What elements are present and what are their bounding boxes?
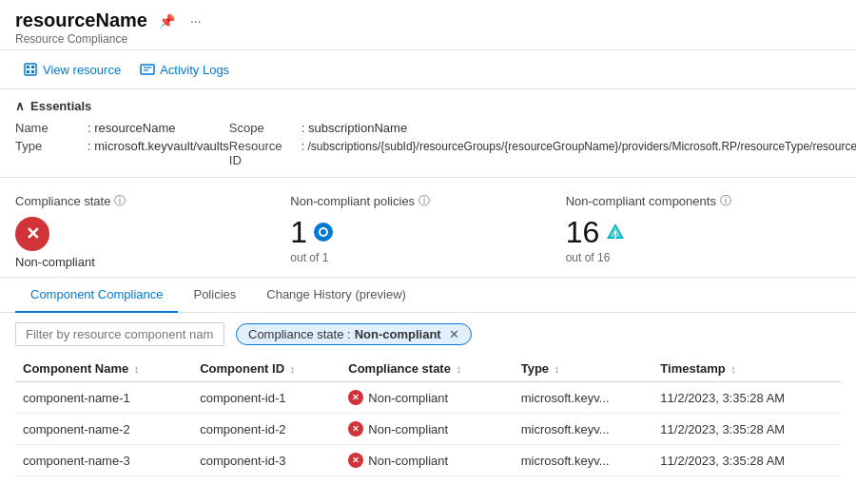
svg-point-10 — [321, 229, 326, 235]
non-compliant-components-card: Non-compliant components ⓘ 16 out of 16 — [566, 193, 841, 269]
non-compliant-policies-card: Non-compliant policies ⓘ 1 out of 1 — [290, 193, 565, 269]
sort-icon-type: ↕ — [554, 363, 560, 375]
cell-timestamp: 11/2/2023, 3:35:28 AM — [652, 445, 841, 476]
toolbar: View resource Activity Logs — [0, 50, 856, 89]
col-compliance-state[interactable]: Compliance state ↕ — [340, 356, 513, 382]
svg-rect-14 — [614, 237, 616, 239]
page-title: resourceName — [15, 10, 147, 31]
component-table: Component Name ↕ Component ID ↕ Complian… — [0, 356, 856, 476]
view-resource-label: View resource — [43, 63, 121, 77]
cell-timestamp: 11/2/2023, 3:35:28 AM — [652, 414, 841, 445]
essentials-name-row: Name : resourceName — [15, 121, 229, 135]
policies-title: Non-compliant policies ⓘ — [290, 193, 546, 209]
cell-compliance-state: Non-compliant — [340, 445, 513, 476]
sort-icon-component-name: ↕ — [134, 363, 140, 375]
sort-icon-component-id: ↕ — [290, 363, 296, 375]
non-compliant-icon — [348, 453, 363, 468]
name-label: Name — [15, 121, 82, 135]
policies-value: 1 — [290, 217, 546, 247]
compliance-state-card: Compliance state ⓘ Non-compliant — [15, 193, 290, 269]
non-compliant-badge — [15, 217, 49, 251]
type-value: : microsoft.keyvault/vaults — [88, 139, 229, 153]
compliance-state-label: Non-compliant — [15, 255, 271, 269]
type-label: Type — [15, 139, 82, 153]
svg-rect-3 — [31, 66, 34, 68]
view-resource-button[interactable]: View resource — [15, 58, 128, 81]
view-resource-icon — [23, 62, 38, 77]
name-value: : resourceName — [88, 121, 176, 135]
components-title: Non-compliant components ⓘ — [566, 193, 822, 209]
essentials-resource-id-row: Resource ID : /subscriptions/{subId}/res… — [229, 139, 856, 167]
compliance-state-title: Compliance state ⓘ — [15, 193, 271, 209]
svg-rect-2 — [27, 70, 29, 73]
table-header-row: Component Name ↕ Component ID ↕ Complian… — [15, 356, 841, 382]
cell-timestamp: 11/2/2023, 3:35:28 AM — [652, 382, 841, 414]
page-subtitle: Resource Compliance — [15, 32, 841, 46]
table-row: component-name-2 component-id-2 Non-comp… — [15, 414, 841, 445]
component-filter-input[interactable] — [15, 322, 224, 346]
policies-sub: out of 1 — [290, 251, 546, 264]
compliance-state-filter-badge[interactable]: Compliance state : Non-compliant ✕ — [236, 323, 472, 345]
non-compliant-icon — [348, 421, 363, 436]
resource-id-value: : /subscriptions/{subId}/resourceGroups/… — [302, 140, 856, 153]
cell-component-id: component-id-1 — [192, 382, 340, 414]
activity-logs-icon — [140, 62, 155, 77]
table-row: component-name-1 component-id-1 Non-comp… — [15, 382, 841, 414]
essentials-chevron-icon: ∧ — [15, 99, 25, 113]
cell-type: microsoft.keyv... — [514, 382, 653, 414]
compliance-state-info-icon[interactable]: ⓘ — [114, 193, 126, 209]
tab-change-history[interactable]: Change History (preview) — [251, 278, 421, 313]
activity-logs-label: Activity Logs — [160, 63, 229, 77]
essentials-section: ∧ Essentials Name : resourceName Scope :… — [0, 89, 856, 178]
cell-type: microsoft.keyv... — [514, 445, 653, 476]
components-value: 16 — [566, 217, 822, 247]
tab-component-compliance[interactable]: Component Compliance — [15, 278, 178, 313]
svg-rect-0 — [25, 64, 36, 75]
policies-icon — [313, 222, 334, 242]
col-component-id[interactable]: Component ID ↕ — [192, 356, 340, 382]
cell-compliance-state: Non-compliant — [340, 382, 513, 414]
policies-info-icon[interactable]: ⓘ — [418, 193, 430, 209]
components-icon — [605, 222, 626, 242]
col-type[interactable]: Type ↕ — [514, 356, 653, 382]
more-button[interactable]: ··· — [186, 11, 205, 30]
sort-icon-timestamp: ↕ — [730, 363, 736, 375]
col-timestamp[interactable]: Timestamp ↕ — [652, 356, 841, 382]
non-compliant-icon — [348, 390, 363, 405]
resource-id-label: Resource ID — [229, 139, 296, 167]
cell-component-name: component-name-2 — [15, 414, 192, 445]
svg-rect-1 — [27, 66, 29, 68]
cell-component-id: component-id-2 — [192, 414, 340, 445]
cell-component-id: component-id-3 — [192, 445, 340, 476]
cell-component-name: component-name-3 — [15, 445, 192, 476]
sort-icon-compliance-state: ↕ — [457, 363, 462, 375]
scope-label: Scope — [229, 121, 296, 135]
cell-compliance-state: Non-compliant — [340, 414, 513, 445]
svg-rect-5 — [141, 65, 154, 74]
scope-value: : subscriptionName — [302, 121, 407, 135]
essentials-label: Essentials — [30, 99, 91, 113]
components-info-icon[interactable]: ⓘ — [720, 193, 731, 209]
badge-prefix: Compliance state : — [248, 327, 351, 341]
tab-policies[interactable]: Policies — [178, 278, 251, 313]
essentials-type-row: Type : microsoft.keyvault/vaults — [15, 139, 229, 167]
table-row: component-name-3 component-id-3 Non-comp… — [15, 445, 841, 476]
pin-button[interactable]: 📌 — [155, 11, 179, 30]
header-actions: 📌 ··· — [155, 11, 205, 30]
components-sub: out of 16 — [566, 251, 822, 264]
svg-rect-13 — [614, 231, 616, 235]
activity-logs-button[interactable]: Activity Logs — [132, 58, 237, 81]
essentials-grid: Name : resourceName Scope : subscription… — [15, 121, 841, 167]
compliance-cards: Compliance state ⓘ Non-compliant Non-com… — [0, 178, 856, 278]
badge-close-icon[interactable]: ✕ — [449, 327, 459, 341]
essentials-scope-row: Scope : subscriptionName — [229, 121, 856, 135]
page-header: resourceName 📌 ··· Resource Compliance — [0, 0, 856, 50]
essentials-toggle[interactable]: ∧ Essentials — [15, 99, 841, 113]
col-component-name[interactable]: Component Name ↕ — [15, 356, 192, 382]
tabs-bar: Component Compliance Policies Change His… — [0, 278, 856, 313]
cell-component-name: component-name-1 — [15, 382, 192, 414]
filter-row: Compliance state : Non-compliant ✕ — [0, 313, 856, 356]
cell-type: microsoft.keyv... — [514, 414, 653, 445]
badge-value: Non-compliant — [355, 327, 441, 341]
svg-rect-4 — [31, 70, 34, 73]
